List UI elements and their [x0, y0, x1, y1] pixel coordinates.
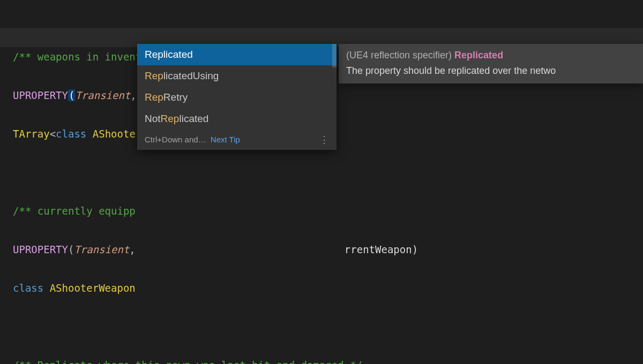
code-macro: UPROPERTY [13, 89, 68, 101]
code-comment: /** Replicate where this pawn was last h… [13, 359, 362, 364]
completion-hint-text: Ctrl+Down and… [145, 135, 206, 144]
code-punct [86, 128, 92, 140]
completion-item[interactable]: NotReplicated [137, 108, 337, 130]
open-paren-highlight: ( [68, 89, 75, 101]
completion-item[interactable]: Replicated [137, 44, 337, 65]
code-type: TArray [13, 128, 50, 140]
doc-kind: (UE4 reflection specifier) [346, 50, 452, 60]
code-punct: < [50, 128, 56, 140]
completion-footer: Ctrl+Down and… Next Tip ⋮ [137, 130, 337, 150]
code-type: AShoote [93, 128, 136, 140]
doc-description: The property should be replicated over t… [346, 64, 635, 78]
code-text: rrentWeapon) [345, 244, 418, 255]
code-specifier: Transient [75, 89, 130, 101]
documentation-popup: (UE4 reflection specifier) Replicated Th… [339, 44, 643, 84]
completion-popup[interactable]: Replicated ReplicatedUsing RepRetry NotR… [137, 44, 337, 150]
code-punct: , [129, 244, 135, 255]
code-macro: UPROPERTY [13, 244, 68, 255]
code-punct: ( [68, 244, 74, 255]
doc-name: Replicated [454, 50, 503, 60]
completion-item[interactable]: RepRetry [137, 87, 337, 108]
code-keyword: class [56, 128, 86, 140]
more-options-icon[interactable]: ⋮ [319, 138, 330, 141]
code-type: AShooterWeapon [50, 282, 136, 294]
completion-item[interactable]: ReplicatedUsing [137, 65, 337, 87]
code-specifier: Transient [74, 244, 129, 255]
popup-scrollbar[interactable] [332, 44, 337, 67]
next-tip-link[interactable]: Next Tip [211, 135, 240, 144]
code-comment: /** currently equipp [13, 205, 136, 217]
code-keyword: class [13, 282, 43, 294]
